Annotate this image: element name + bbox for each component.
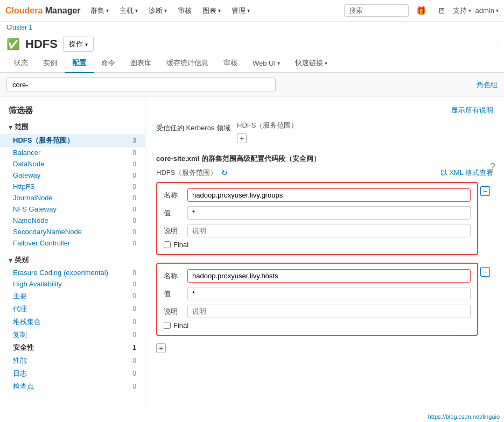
sidebar-item-erasure[interactable]: Erasure Coding (experimental) 0 (0, 267, 145, 278)
config-card-1-desc-input[interactable] (187, 224, 471, 237)
service-title: HDFS (25, 37, 58, 51)
config-card-2-remove-button[interactable]: − (480, 267, 490, 277)
config-card-1-value-row: 值 (164, 206, 471, 220)
chevron-down-icon: ▾ (277, 60, 280, 66)
tab-quicklinks[interactable]: 快速链接 ▾ (288, 54, 335, 73)
config-card-1: 名称 值 说明 Final (156, 182, 478, 255)
config-card-2-desc-row: 说明 (164, 305, 471, 318)
trusted-kerberos-add-button[interactable]: + (237, 133, 247, 143)
menu-audit[interactable]: 审核 (173, 0, 196, 22)
sidebar-title: 筛选器 (0, 103, 145, 120)
sidebar-item-replicate[interactable]: 复制 0 (0, 328, 145, 341)
config-card-1-remove-button[interactable]: − (480, 186, 490, 196)
config-card-1-name-input[interactable] (187, 188, 471, 202)
config-card-2-final-checkbox[interactable] (164, 322, 171, 329)
content-area: 显示所有说明 受信任的 Kerberos 领域 HDFS（服务范围） + ? c… (145, 97, 504, 411)
sidebar-item-nfs-gateway[interactable]: NFS Gateway 0 (0, 203, 145, 215)
service-status-icon: ✅ (6, 38, 20, 51)
chevron-down-icon: ▾ (164, 0, 167, 22)
config-card-1-final-checkbox[interactable] (164, 241, 171, 248)
tab-status[interactable]: 状态 (6, 54, 36, 73)
config-card-2-desc-input[interactable] (187, 305, 471, 318)
chevron-down-icon: ▾ (9, 256, 12, 264)
config-card-2: 名称 值 说明 Final (156, 263, 478, 336)
admin-button[interactable]: admin ▾ (475, 6, 499, 15)
chevron-down-icon: ▾ (106, 0, 109, 22)
menu-host[interactable]: 主机 ▾ (115, 0, 142, 22)
tab-config[interactable]: 配置 (65, 54, 94, 73)
menu-cluster[interactable]: 群集 ▾ (86, 0, 113, 22)
trusted-kerberos-row: 受信任的 Kerberos 领域 HDFS（服务范围） + (156, 121, 493, 143)
sidebar-item-main[interactable]: 主要 0 (0, 290, 145, 303)
chevron-down-icon: ▾ (468, 8, 471, 13)
support-button[interactable]: 支持 ▾ (453, 6, 471, 16)
main-layout: 筛选器 ▾ 范围 HDFS（服务范围） 3 Balancer 0 DataNod… (0, 97, 504, 411)
service-header: ✅ HDFS 操作 ▾ · (0, 33, 504, 54)
sidebar-item-datanode[interactable]: DataNode 0 (0, 158, 145, 170)
config-card-2-value-row: 值 (164, 287, 471, 300)
sidebar-item-namenode[interactable]: NameNode 0 (0, 215, 145, 226)
config-card-2-wrapper: 名称 值 说明 Final − (156, 263, 478, 336)
sidebar-item-hdfs-service[interactable]: HDFS（服务范围） 3 (0, 134, 145, 147)
sidebar-item-httpfs[interactable]: HttpFS 0 (0, 181, 145, 192)
sidebar-item-secondary-namenode[interactable]: SecondaryNameNode 0 (0, 226, 145, 237)
chevron-down-icon: ▾ (135, 0, 138, 22)
sidebar-item-log[interactable]: 日志 0 (0, 367, 145, 380)
chevron-down-icon: ▾ (325, 60, 327, 66)
config-card-2-name-row: 名称 (164, 269, 471, 283)
actions-button[interactable]: 操作 ▾ (63, 37, 94, 52)
refresh-icon[interactable]: ↻ (221, 168, 228, 177)
tab-audit[interactable]: 审核 (216, 54, 245, 73)
core-site-scope-row: HDFS（服务范围） ↻ 以 XML 格式查看 (156, 168, 493, 178)
core-site-section: core-site.xml 的群集范围高级配置代码段（安全阀） HDFS（服务范… (156, 154, 493, 353)
chevron-down-icon: ▾ (247, 0, 250, 22)
sidebar-section-scope[interactable]: ▾ 范围 (0, 120, 145, 134)
tab-cache[interactable]: 缓存统计信息 (159, 54, 216, 73)
logo-manager: Manager (43, 6, 80, 15)
sidebar-item-heap[interactable]: 堆栈集合 0 (0, 315, 145, 328)
config-card-1-name-label: 名称 (164, 191, 183, 200)
sidebar-item-balancer[interactable]: Balancer 0 (0, 147, 145, 158)
chevron-down-icon: ▾ (9, 123, 12, 131)
sidebar-section-category[interactable]: ▾ 类别 (0, 253, 145, 267)
config-card-1-value-label: 值 (164, 208, 183, 218)
sidebar-item-performance[interactable]: 性能 0 (0, 354, 145, 367)
tab-instance[interactable]: 实例 (36, 54, 65, 73)
xml-view-link[interactable]: 以 XML 格式查看 (440, 168, 493, 178)
core-site-add-button[interactable]: + (156, 343, 166, 353)
sidebar-item-checkpoint[interactable]: 检查点 0 (0, 380, 145, 393)
scope-badge-trusted: HDFS（服务范围） (237, 121, 298, 130)
sidebar-item-gateway[interactable]: Gateway 0 (0, 170, 145, 181)
menu-manage[interactable]: 管理 ▾ (227, 0, 254, 22)
filter-input[interactable] (6, 78, 276, 92)
config-card-2-name-input[interactable] (187, 269, 471, 283)
sidebar-item-failover-controller[interactable]: Failover Controller 0 (0, 237, 145, 249)
sidebar-item-ha[interactable]: High Availability 0 (0, 278, 145, 290)
show-all-note[interactable]: 显示所有说明 (156, 105, 493, 115)
config-card-2-name-label: 名称 (164, 271, 183, 281)
tab-webui[interactable]: Web UI ▾ (245, 55, 288, 73)
config-card-1-name-row: 名称 (164, 188, 471, 202)
tab-charts[interactable]: 图表库 (123, 54, 159, 73)
sidebar-item-security[interactable]: 安全性 1 (0, 341, 145, 354)
search-input[interactable] (344, 4, 409, 17)
config-card-1-value-input[interactable] (187, 206, 471, 220)
core-site-scope-badge: HDFS（服务范围） (156, 168, 217, 178)
sidebar-item-proxy[interactable]: 代理 0 (0, 303, 145, 315)
sidebar-section-category-items: Erasure Coding (experimental) 0 High Ava… (0, 267, 145, 393)
monitor-icon[interactable]: 🖥 (434, 6, 449, 15)
chevron-down-icon: ▾ (496, 8, 499, 13)
tab-command[interactable]: 命令 (94, 54, 123, 73)
logo: Cloudera Manager (5, 6, 81, 16)
gift-icon[interactable]: 🎁 (413, 6, 430, 16)
menu-chart[interactable]: 图表 ▾ (198, 0, 225, 22)
config-card-1-wrapper: 名称 值 说明 Final − (156, 182, 478, 255)
topnav-right: 🎁 🖥 支持 ▾ admin ▾ (344, 4, 499, 17)
sidebar-item-journalnode[interactable]: JournalNode 0 (0, 192, 145, 203)
config-card-2-value-input[interactable] (187, 287, 471, 300)
logo-cloudera: Cloudera (5, 6, 43, 15)
role-group-label[interactable]: 角色组 (477, 80, 498, 90)
config-card-2-final-row: Final (164, 321, 471, 329)
help-icon[interactable]: ? (490, 161, 495, 173)
menu-diagnose[interactable]: 诊断 ▾ (144, 0, 171, 22)
